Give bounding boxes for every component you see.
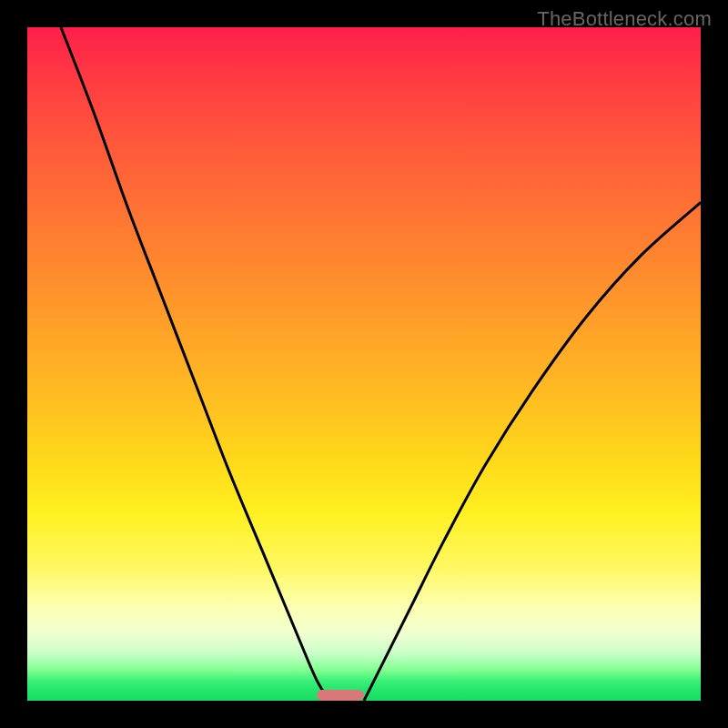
gradient-background bbox=[27, 27, 701, 701]
plot-area bbox=[27, 27, 701, 701]
bottleneck-marker bbox=[317, 690, 364, 701]
watermark-text: TheBottleneck.com bbox=[537, 7, 712, 31]
